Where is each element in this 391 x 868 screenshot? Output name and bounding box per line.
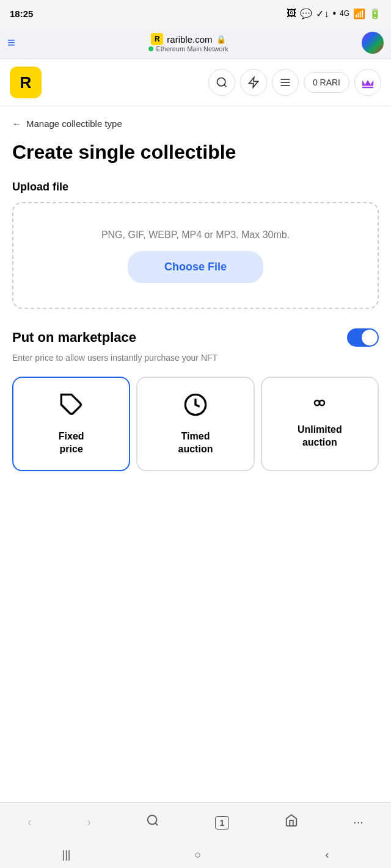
android-back-button[interactable]: ‹	[325, 848, 329, 861]
status-bar: 18:25 🖼 💬 ✓↓ • 4G 📶 🔋	[0, 0, 391, 27]
status-icons: 🖼 💬 ✓↓ • 4G 📶 🔋	[287, 8, 381, 20]
status-network: 4G	[340, 9, 349, 18]
status-photo-icon: 🖼	[287, 8, 296, 19]
search-button[interactable]	[208, 69, 235, 96]
lock-icon: 🔒	[216, 35, 226, 44]
pricing-options: Fixedprice Timedauction Unlimitedauction	[12, 377, 379, 472]
page-title: Create single collectible	[12, 141, 379, 164]
back-nav[interactable]: ← Manage collectible type	[12, 118, 379, 129]
timed-auction-label: Timedauction	[178, 430, 213, 456]
crown-button[interactable]	[354, 69, 381, 96]
nav-tab-button[interactable]: 1	[205, 811, 239, 833]
rari-balance[interactable]: 0 RARI	[304, 72, 349, 93]
nav-back-button[interactable]: ‹	[18, 811, 42, 833]
browser-avatar[interactable]	[362, 32, 384, 54]
upload-section: Upload file PNG, GIF, WEBP, MP4 or MP3. …	[12, 181, 379, 309]
browser-url-area: R rarible.com 🔒 Ethereum Main Network	[21, 33, 356, 52]
timed-auction-icon	[183, 392, 208, 422]
nav-forward-button[interactable]: ›	[77, 811, 101, 833]
unlimited-auction-label: Unlimitedauction	[298, 424, 342, 449]
nav-more-button[interactable]: ···	[343, 811, 373, 833]
pricing-card-fixed[interactable]: Fixedprice	[12, 377, 130, 472]
nav-search-button[interactable]	[136, 810, 169, 834]
toggle-knob	[362, 330, 378, 345]
pricing-card-unlimited[interactable]: Unlimitedauction	[261, 377, 379, 472]
menu-button[interactable]	[272, 69, 299, 96]
battery-icon: 🔋	[369, 8, 381, 20]
android-home-button[interactable]: ○	[195, 848, 202, 861]
upload-hint: PNG, GIF, WEBP, MP4 or MP3. Max 30mb.	[101, 228, 290, 242]
pricing-card-timed[interactable]: Timedauction	[136, 377, 254, 472]
svg-line-9	[155, 823, 158, 825]
bottom-nav: ‹ › 1 ···	[0, 802, 391, 841]
fixed-price-icon	[59, 392, 84, 422]
android-nav: ||| ○ ‹	[0, 841, 391, 868]
back-label: Manage collectible type	[26, 118, 122, 129]
browser-bar: ≡ R rarible.com 🔒 Ethereum Main Network	[0, 27, 391, 59]
status-dot-icon: •	[332, 8, 336, 19]
fixed-price-label: Fixedprice	[59, 430, 84, 456]
status-whatsapp-icon: 💬	[300, 8, 312, 20]
browser-domain: rarible.com	[167, 34, 212, 45]
status-time: 18:25	[10, 9, 33, 19]
marketplace-row: Put on marketplace	[12, 328, 379, 347]
unlimited-auction-icon	[306, 392, 333, 415]
browser-menu-icon[interactable]: ≡	[7, 35, 15, 51]
upload-area: PNG, GIF, WEBP, MP4 or MP3. Max 30mb. Ch…	[12, 202, 379, 309]
marketplace-description: Enter price to allow users instantly pur…	[12, 352, 379, 364]
network-badge: Ethereum Main Network	[148, 45, 228, 52]
svg-line-1	[224, 85, 227, 87]
svg-point-8	[148, 816, 157, 825]
svg-marker-2	[249, 78, 258, 88]
upload-label: Upload file	[12, 181, 379, 193]
rarible-favicon: R	[151, 33, 163, 45]
rarible-logo: R	[10, 67, 42, 98]
network-dot	[148, 46, 153, 51]
header-actions: 0 RARI	[208, 69, 381, 96]
svg-point-0	[217, 78, 225, 86]
marketplace-section: Put on marketplace Enter price to allow …	[12, 328, 379, 364]
back-arrow: ←	[12, 118, 21, 129]
status-check-icon: ✓↓	[316, 8, 329, 20]
nav-home-button[interactable]	[275, 810, 308, 834]
choose-file-button[interactable]: Choose File	[128, 251, 263, 283]
marketplace-label: Put on marketplace	[12, 330, 136, 345]
app-header: R 0 RARI	[0, 59, 391, 106]
android-menu-button[interactable]: |||	[62, 848, 71, 861]
signal-icon: 📶	[353, 8, 365, 20]
network-name: Ethereum Main Network	[156, 45, 228, 52]
main-content: ← Manage collectible type Create single …	[0, 106, 391, 503]
lightning-button[interactable]	[240, 69, 267, 96]
marketplace-toggle[interactable]	[347, 328, 379, 347]
